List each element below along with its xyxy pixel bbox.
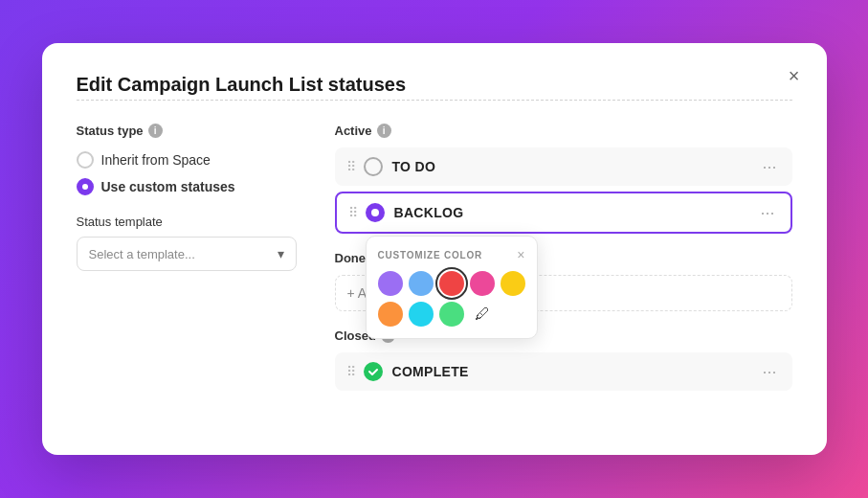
complete-status-dot — [364, 362, 383, 381]
complete-status-row: ⠿ COMPLETE ··· — [335, 352, 792, 391]
todo-more-button[interactable]: ··· — [758, 158, 780, 175]
color-swatch-green[interactable] — [439, 302, 464, 327]
modal-title: Edit Campaign Launch List statuses — [77, 74, 792, 96]
status-type-info-icon[interactable]: i — [148, 124, 163, 138]
custom-radio-option[interactable]: Use custom statuses — [77, 178, 297, 195]
eyedropper-button[interactable]: 🖊 — [470, 302, 495, 327]
backlog-drag-handle[interactable]: ⠿ — [348, 205, 358, 220]
modal-body: Status type i Inherit from Space Use cus… — [77, 124, 792, 408]
todo-status-name: TO DO — [392, 159, 759, 174]
template-section: Status template Select a template... ▾ — [77, 215, 297, 271]
status-type-section-label: Status type i — [77, 124, 297, 138]
complete-status-name: COMPLETE — [392, 364, 759, 379]
inherit-radio-option[interactable]: Inherit from Space — [77, 151, 297, 169]
backlog-status-dot[interactable] — [366, 203, 385, 222]
left-panel: Status type i Inherit from Space Use cus… — [77, 124, 297, 408]
template-select-value: Select a template... — [89, 247, 195, 261]
color-swatches-container: 🖊 — [378, 271, 525, 327]
status-type-label-text: Status type — [77, 124, 144, 138]
color-picker-popup: CUSTOMIZE COLOR × 🖊 — [366, 236, 538, 339]
chevron-down-icon: ▾ — [278, 246, 284, 261]
edit-statuses-modal: Edit Campaign Launch List statuses × Sta… — [42, 43, 827, 455]
divider — [77, 100, 792, 101]
color-swatch-blue[interactable] — [409, 271, 434, 296]
todo-drag-handle[interactable]: ⠿ — [346, 159, 356, 174]
color-swatch-orange[interactable] — [378, 302, 403, 327]
custom-radio-label: Use custom statuses — [101, 179, 235, 194]
complete-drag-handle[interactable]: ⠿ — [346, 364, 356, 379]
color-swatch-yellow[interactable] — [501, 271, 525, 296]
color-swatch-pink[interactable] — [470, 271, 495, 296]
active-section: Active i ⠿ TO DO ··· ⠿ ··· — [335, 124, 792, 234]
backlog-status-row: ⠿ ··· CUSTOMIZE COLOR × — [335, 192, 792, 234]
right-panel: Active i ⠿ TO DO ··· ⠿ ··· — [335, 124, 792, 408]
backlog-more-button[interactable]: ··· — [756, 204, 778, 221]
active-section-header: Active i — [335, 124, 792, 138]
close-button[interactable]: × — [789, 66, 800, 85]
template-label-text: Status template — [77, 215, 297, 229]
active-label: Active — [335, 124, 372, 138]
todo-status-row: ⠿ TO DO ··· — [335, 147, 792, 186]
inherit-radio-circle — [77, 151, 94, 169]
color-swatch-red[interactable] — [439, 271, 464, 296]
checkmark-icon — [367, 366, 379, 377]
inherit-radio-label: Inherit from Space — [101, 152, 211, 168]
color-popup-header: CUSTOMIZE COLOR × — [378, 248, 525, 261]
active-info-icon[interactable]: i — [377, 124, 391, 138]
color-popup-close-button[interactable]: × — [517, 248, 524, 261]
done-label: Done — [335, 251, 367, 265]
color-swatch-teal[interactable] — [409, 302, 434, 327]
complete-more-button[interactable]: ··· — [758, 363, 780, 380]
template-select-dropdown[interactable]: Select a template... ▾ — [77, 237, 297, 271]
backlog-status-input[interactable] — [394, 205, 757, 220]
color-popup-title: CUSTOMIZE COLOR — [378, 250, 483, 260]
color-swatch-purple[interactable] — [378, 271, 403, 296]
custom-radio-circle — [77, 178, 94, 195]
todo-status-dot — [364, 157, 383, 176]
